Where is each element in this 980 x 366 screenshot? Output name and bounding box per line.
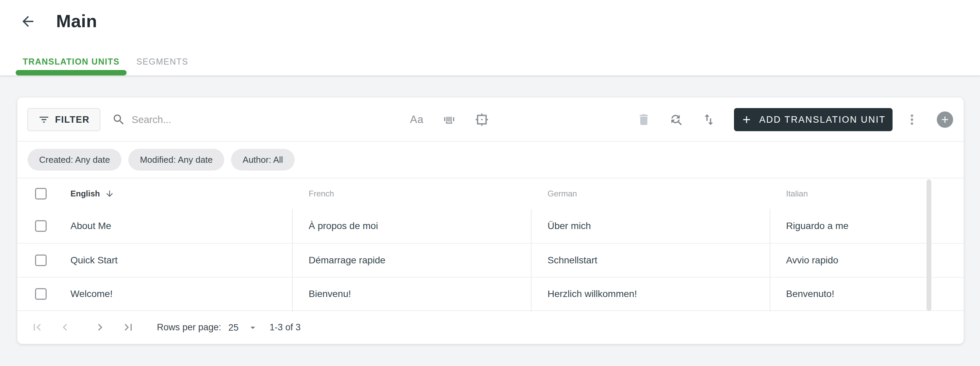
cell-italian: Avvio rapido bbox=[770, 255, 964, 266]
sort-descending-icon bbox=[105, 189, 115, 198]
cell-french: Bienvenu! bbox=[292, 288, 531, 299]
sort-order-button[interactable] bbox=[699, 110, 718, 129]
chip-author[interactable]: Author: All bbox=[231, 149, 295, 171]
previous-page-button[interactable] bbox=[56, 318, 75, 337]
row-checkbox[interactable] bbox=[35, 255, 47, 266]
row-checkbox[interactable] bbox=[35, 288, 47, 300]
arrow-left-icon bbox=[20, 13, 36, 30]
search-input[interactable] bbox=[132, 114, 309, 125]
column-header-label: German bbox=[547, 189, 577, 198]
last-page-icon bbox=[121, 320, 135, 334]
table-scrollbar[interactable] bbox=[927, 179, 931, 311]
filter-icon bbox=[38, 114, 50, 125]
cell-french: À propos de moi bbox=[292, 220, 531, 231]
active-tab-underline bbox=[16, 70, 127, 76]
search-icon bbox=[112, 113, 126, 127]
table-row[interactable]: About Me À propos de moi Über mich Rigua… bbox=[18, 209, 964, 244]
find-replace-button[interactable] bbox=[667, 110, 686, 129]
cell-english: Welcome! bbox=[63, 288, 292, 299]
whole-word-icon bbox=[442, 112, 457, 127]
column-divider bbox=[292, 209, 293, 312]
more-options-button[interactable] bbox=[902, 110, 921, 129]
chip-created[interactable]: Created: Any date bbox=[27, 149, 121, 171]
sort-arrows-icon bbox=[702, 112, 716, 127]
page-header: Main TRANSLATION UNITS SEGMENTS bbox=[0, 0, 980, 76]
whole-word-button[interactable] bbox=[440, 110, 459, 129]
filter-button[interactable]: FILTER bbox=[27, 108, 100, 131]
table-row[interactable]: Quick Start Démarrage rapide Schnellstar… bbox=[18, 244, 964, 278]
cell-english: About Me bbox=[63, 220, 292, 231]
plus-icon bbox=[741, 114, 752, 125]
find-replace-icon bbox=[669, 112, 683, 127]
delete-button[interactable] bbox=[634, 110, 653, 129]
last-page-button[interactable] bbox=[119, 318, 138, 337]
first-page-icon bbox=[30, 320, 44, 334]
page-title: Main bbox=[56, 11, 97, 31]
column-header-italian[interactable]: Italian bbox=[770, 189, 964, 198]
match-case-button[interactable]: Aa bbox=[407, 110, 426, 129]
column-header-label: Italian bbox=[786, 189, 808, 198]
placeholder-frame-button[interactable] bbox=[472, 110, 492, 129]
chevron-left-icon bbox=[58, 320, 72, 334]
add-language-button[interactable] bbox=[937, 111, 953, 128]
rows-per-page-label: Rows per page: bbox=[157, 322, 221, 333]
placeholder-frame-icon bbox=[474, 112, 490, 127]
column-divider bbox=[531, 209, 531, 312]
cell-italian: Benvenuto! bbox=[770, 288, 964, 299]
back-button[interactable] bbox=[19, 12, 37, 30]
match-case-icon: Aa bbox=[410, 114, 424, 126]
pagination-bar: Rows per page: 25 1-3 of 3 bbox=[18, 311, 964, 344]
column-header-english[interactable]: English bbox=[63, 189, 292, 198]
rows-per-page-select[interactable]: 25 bbox=[228, 319, 258, 336]
column-divider bbox=[770, 209, 770, 312]
pagination-range-label: 1-3 of 3 bbox=[269, 322, 301, 333]
column-header-label: English bbox=[70, 189, 100, 198]
cell-english: Quick Start bbox=[63, 255, 292, 266]
next-page-button[interactable] bbox=[91, 318, 110, 337]
chevron-down-icon bbox=[247, 322, 258, 333]
tab-segments[interactable]: SEGMENTS bbox=[127, 48, 198, 76]
add-circle-plus-icon bbox=[940, 114, 950, 125]
trash-icon bbox=[637, 112, 651, 127]
cell-french: Démarrage rapide bbox=[292, 255, 531, 266]
column-header-label: French bbox=[309, 189, 334, 198]
table-row[interactable]: Welcome! Bienvenu! Herzlich willkommen! … bbox=[18, 278, 964, 311]
cell-german: Über mich bbox=[531, 220, 770, 231]
search-bar bbox=[112, 109, 309, 130]
cell-italian: Riguardo a me bbox=[770, 220, 964, 231]
add-translation-unit-button[interactable]: ADD TRANSLATION UNIT bbox=[734, 108, 892, 131]
row-checkbox[interactable] bbox=[35, 220, 47, 232]
column-header-german[interactable]: German bbox=[531, 189, 770, 198]
filter-chips-row: Created: Any date Modified: Any date Aut… bbox=[18, 142, 964, 178]
translation-units-panel: FILTER Aa bbox=[18, 98, 964, 344]
rows-per-page-value: 25 bbox=[228, 323, 239, 333]
cell-german: Schnellstart bbox=[531, 255, 770, 266]
chevron-right-icon bbox=[93, 320, 107, 334]
kebab-icon bbox=[905, 112, 919, 127]
select-all-checkbox[interactable] bbox=[35, 188, 47, 200]
first-page-button[interactable] bbox=[27, 318, 47, 337]
cell-german: Herzlich willkommen! bbox=[531, 288, 770, 299]
filter-button-label: FILTER bbox=[55, 114, 89, 125]
column-header-french[interactable]: French bbox=[292, 189, 531, 198]
chip-modified[interactable]: Modified: Any date bbox=[128, 149, 224, 171]
toolbar: FILTER Aa bbox=[18, 98, 964, 142]
add-translation-unit-label: ADD TRANSLATION UNIT bbox=[759, 114, 886, 125]
table-header: English French German Italian bbox=[18, 178, 964, 209]
